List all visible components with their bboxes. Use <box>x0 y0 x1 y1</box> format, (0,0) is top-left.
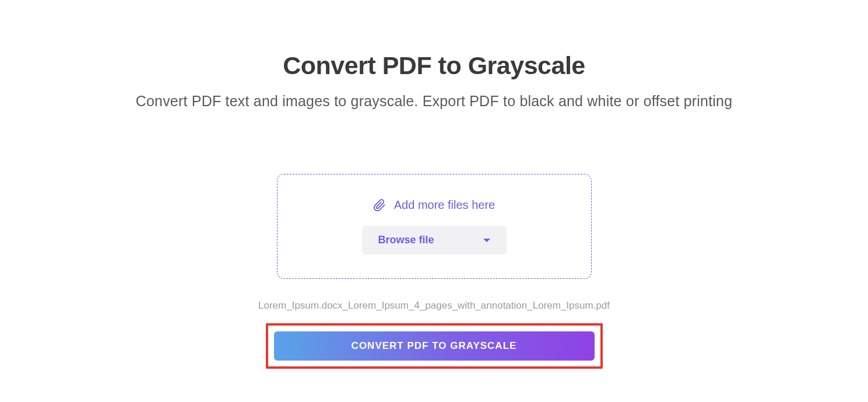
chevron-down-icon <box>483 239 490 242</box>
convert-button[interactable]: CONVERT PDF TO GRAYSCALE <box>274 331 595 361</box>
page-subtitle: Convert PDF text and images to grayscale… <box>136 93 733 110</box>
upload-dropzone[interactable]: Add more files here Browse file <box>277 174 592 279</box>
add-more-files-label: Add more files here <box>394 198 495 212</box>
page-title: Convert PDF to Grayscale <box>283 51 585 80</box>
add-more-files-link[interactable]: Add more files here <box>373 198 495 212</box>
browse-file-label: Browse file <box>378 234 434 246</box>
browse-file-button[interactable]: Browse file <box>362 226 507 254</box>
uploaded-filename: Lorem_Ipsum.docx_Lorem_Ipsum_4_pages_wit… <box>258 300 610 312</box>
convert-highlight-box: CONVERT PDF TO GRAYSCALE <box>266 323 603 369</box>
paperclip-icon <box>373 199 386 212</box>
